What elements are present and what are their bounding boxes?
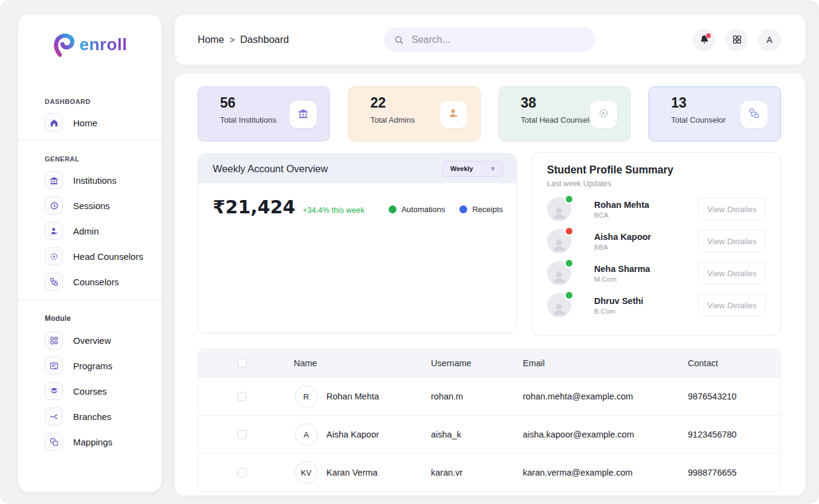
sidebar-item-admin[interactable]: Admin [18,222,161,240]
weekly-account-overview-card: Weekly Account Overview Weekly ▼ ₹21,424… [198,153,517,334]
column-header-email: Email [523,358,545,368]
student-avatar [547,293,571,317]
cell-email: rohan.mehta@example.com [523,392,633,401]
sidebar-item-programs[interactable]: Programs [18,357,161,375]
mappings-icon [45,433,63,451]
student-avatar [547,197,571,221]
status-dot [566,228,572,234]
sidebar-item-courses[interactable]: Courses [18,382,161,400]
view-details-button[interactable]: View Detailes [698,230,766,252]
table-row-aisha-kapoor: A Aisha Kapoor aisha_k aisha.kapoor@exam… [198,415,780,453]
nav-item-label: Admin [73,226,99,236]
institution-icon [45,171,63,189]
nav-item-label: Counselors [73,277,119,287]
table-row-karan-verma: KV Karan Verma karan.vr karan.verma@exam… [198,453,780,491]
search-icon [393,34,404,45]
head-counselors-icon [45,247,63,265]
sidebar-item-branches[interactable]: Branches [18,407,161,425]
overview-icon [45,331,63,349]
section-label-general: GENERAL [45,155,161,163]
search-box[interactable] [384,27,595,52]
brand-logo-text: enroll [79,35,127,54]
row-checkbox[interactable] [238,392,247,401]
stat-card-total-head-counselor: 38 Total Head Counselor [499,86,631,141]
legend-item-receipts: Receipts [459,205,503,214]
apps-grid-icon [731,34,743,45]
stat-icon-box [590,101,617,128]
weekly-overview-header: Weekly Account Overview Weekly ▼ [198,154,516,183]
column-header-name: Name [294,358,317,368]
stat-card-total-admins: 22 Total Admins [348,86,481,141]
table-header-row: Name Username Email Contact [198,349,780,377]
topbar: Home > Dashboard [175,15,805,65]
sessions-icon [45,196,63,215]
legend-label-receipts: Receipts [472,205,503,214]
user-avatar[interactable]: A [758,28,781,51]
brand-logo: enroll [18,30,161,59]
nav-item-label: Institutions [73,175,117,186]
cell-contact: 9123456780 [688,430,737,439]
student-avatar [547,261,571,285]
cell-email: karan.verma@example.com [523,468,633,477]
sidebar-item-counselors[interactable]: Counselors [18,273,161,291]
nav-item-label: Home [73,118,97,128]
legend-dot-receipts [459,205,467,213]
column-header-username: Username [431,358,471,368]
app-window: enroll DASHBOARD Home GENERAL Institutio… [1,1,818,503]
view-details-button[interactable]: View Detailes [698,294,766,316]
notifications-button[interactable] [693,28,716,51]
period-dropdown-value: Weekly [450,165,473,172]
breadcrumb-current-page: Dashboard [240,34,289,45]
breadcrumb: Home > Dashboard [198,15,289,65]
student-course: B.Com [594,308,643,315]
column-header-contact: Contact [688,358,718,368]
cell-username: karan.vr [431,468,462,477]
chevron-down-icon: ▼ [490,165,496,172]
users-table: Name Username Email Contact R Rohan Meht… [198,349,781,492]
row-checkbox[interactable] [238,430,247,439]
period-dropdown[interactable]: Weekly ▼ [442,161,503,177]
student-avatar [547,229,571,253]
search-input[interactable] [410,34,586,46]
legend-label-automations: Automations [401,205,445,214]
row-avatar-initials: KV [295,462,317,484]
student-row-neha-sharma: Neha Sharma M.Com View Detailes [547,261,766,285]
sidebar-item-mappings[interactable]: Mappings [18,433,161,451]
student-name: Aisha Kapoor [594,232,651,242]
stat-card-total-institutions: 56 Total Institutions [198,86,330,141]
student-name: Neha Sharma [594,264,650,274]
sidebar-item-head-counselors[interactable]: Head Counselors [18,247,161,265]
breadcrumb-home-link[interactable]: Home [198,34,224,45]
courses-icon [45,382,63,400]
summary-subtitle: Last week Updates [547,179,766,188]
nav-item-label: Sessions [73,201,110,211]
admin-icon [447,107,460,122]
view-details-button[interactable]: View Detailes [698,198,766,220]
row-checkbox[interactable] [238,468,247,477]
nav-item-label: Programs [73,361,112,371]
student-name: Rohan Mehta [594,200,649,210]
row-avatar-initials: A [295,424,317,446]
view-details-button[interactable]: View Detailes [698,262,766,284]
student-row-rohan-mehta: Rohan Mehta BCA View Detailes [547,197,766,221]
cell-username: aisha_k [431,430,461,439]
weekly-amount: ₹21,424 [213,196,296,218]
notification-badge [705,33,711,39]
table-row-rohan-mehta: R Rohan Mehta rohan.m rohan.mehta@exampl… [198,377,780,415]
nav-item-label: Courses [73,386,107,396]
sidebar-item-home[interactable]: Home [18,114,161,132]
sidebar-item-overview[interactable]: Overview [18,331,161,349]
counselors-icon [45,273,63,291]
select-all-checkbox[interactable] [238,359,247,368]
nav-item-label: Overview [73,335,111,346]
student-row-aisha-kapoor: Aisha Kapoor BBA View Detailes [547,229,766,253]
stat-card-total-counselor: 13 Total Counselor [649,86,781,141]
branches-icon [45,407,63,425]
sidebar-item-sessions[interactable]: Sessions [18,196,161,215]
apps-menu-button[interactable] [725,28,748,51]
sidebar-item-institutions[interactable]: Institutions [18,171,161,189]
section-label-dashboard: DASHBOARD [45,98,161,105]
sidebar-divider [18,299,161,300]
breadcrumb-separator: > [230,35,235,45]
student-name: Dhruv Sethi [594,296,643,306]
